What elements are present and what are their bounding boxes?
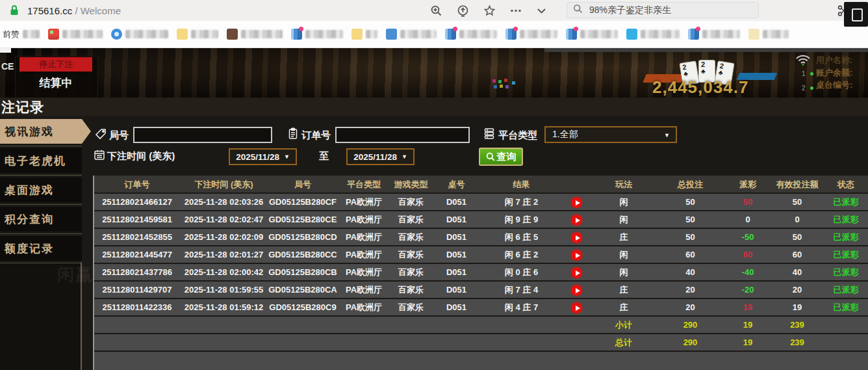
sidebar-item-5[interactable]: 额度记录 [0,236,82,261]
bookmark-favicon-icon [111,29,122,40]
search-input[interactable] [588,5,740,16]
bookmark-favicon-icon [566,29,577,40]
bookmark-item[interactable] [688,29,740,40]
cell-time: 2025-11-28 01:59:55 [180,282,268,298]
date-from-select[interactable]: 2025/11/28 ▼ [229,148,297,165]
column-header: 订单号 [94,176,180,192]
more-menu-icon[interactable] [510,5,522,17]
date-to-select[interactable]: 2025/11/28 ▼ [346,148,415,165]
order-no-input[interactable] [335,127,470,143]
bookmark-favicon-icon [291,29,302,40]
bookmark-item[interactable] [566,29,618,40]
bookmark-item[interactable] [177,29,218,40]
bookmark-item[interactable] [48,29,103,40]
cell-ptype: 闲 [591,211,656,228]
cell-game: 百家乐 [390,282,432,298]
cell-order: 251128021459581 [94,211,180,228]
platform-icon [483,127,495,142]
send-tab-icon[interactable] [457,5,469,17]
play-video-button[interactable] [571,232,582,243]
bookmark-blurred-text [400,30,437,38]
play-video-button[interactable] [571,215,582,226]
cell-plat: PA欧洲厅 [338,211,390,228]
bookmark-item[interactable] [386,29,437,40]
video-cell [562,246,591,263]
bookmark-item[interactable] [748,29,789,40]
calendar-icon [94,149,105,163]
bookmark-item[interactable] [351,29,377,40]
table-row[interactable]: 2511280214454772025-11-28 02:01:27GD0512… [94,246,868,263]
cell-status: 已派彩 [823,282,868,298]
bookmark-item[interactable] [111,29,168,40]
cell-round: GD05125B280CE [268,211,338,228]
play-video-button[interactable] [571,302,582,313]
cell-time: 2025-11-28 02:00:42 [180,264,268,280]
zoom-in-icon[interactable] [430,5,442,17]
round-no-label: 局号 [109,129,129,142]
video-cell [562,264,591,280]
page-title: 注记录 [1,98,44,116]
column-header: 结果 [481,176,562,192]
bookmark-item[interactable] [227,29,283,40]
table-row[interactable]: 2511280214377862025-11-28 02:00:42GD0512… [94,264,868,280]
column-header: 游戏类型 [390,176,432,192]
query-button[interactable]: 查询 [479,148,523,166]
totals-cell: 19 [724,317,771,333]
table-row[interactable]: 2511280114297072025-11-28 01:59:55GD0512… [94,282,868,298]
cell-game: 百家乐 [390,211,432,228]
bookmark-star-icon[interactable] [483,5,496,17]
cell-valid: 40 [771,264,823,280]
platform-type-label: 平台类型 [498,129,537,142]
bookmark-item[interactable] [291,29,343,40]
sidebar-item-1[interactable]: 视讯游戏 [0,119,82,144]
video-cell [562,194,591,210]
platform-type-select[interactable]: 1.全部 ▼ [544,126,677,143]
bookmark-blurred-text [641,30,680,38]
cell-plat: PA欧洲厅 [338,264,390,280]
sidebar-item-2[interactable]: 电子老虎机 [0,148,82,173]
cell-total: 60 [656,246,724,263]
play-video-button[interactable] [571,197,582,208]
cell-round: GD05125B280C9 [268,299,338,315]
settling-text: 结算中 [19,75,92,90]
sidebar-item-3[interactable]: 桌面游戏 [0,178,82,202]
bookmark-dark-app-icon[interactable] [844,2,868,27]
bookmark-blurred-text [366,30,377,38]
cell-total: 50 [656,194,724,210]
casino-banner: CE 停止下注 结算中 2♣ 2♣ 2♣ 2,445,034.7 1 2 用户名… [0,48,868,98]
table-row[interactable]: 2511280214528552025-11-28 02:02:09GD0512… [94,229,868,245]
wifi-icon [795,54,811,68]
cell-round: GD05125B280CA [268,282,338,298]
cell-ptype: 闲 [591,264,656,280]
video-cell [562,282,591,298]
browser-address-bar: 175616.cc / Welcome [0,0,868,21]
sidebar-item-4[interactable]: 积分查询 [0,207,82,231]
bookmark-item[interactable]: 前赞 [3,29,40,40]
cell-tbl: D051 [432,246,481,263]
table-row[interactable]: 2511280214661272025-11-28 02:03:26GD0512… [94,194,868,210]
totals-cell: 239 [771,334,823,350]
bookmark-blurred-text [580,30,618,38]
user-name-label: 用户名称: [816,55,852,66]
cell-game: 百家乐 [390,264,432,280]
round-no-input[interactable] [133,127,272,143]
table-row[interactable]: 2511280214595812025-11-28 02:02:47GD0512… [94,211,868,228]
totals-cell: 290 [656,334,724,350]
play-video-button[interactable] [571,250,582,261]
table-row[interactable]: 2511280114223362025-11-28 01:59:12GD0512… [94,299,868,315]
cell-order: 251128021466127 [94,194,180,210]
totals-cell: 总计 [591,334,656,350]
browser-search-box[interactable] [567,2,759,18]
cell-pay: 50 [724,194,771,210]
cell-total: 20 [656,282,724,298]
play-video-button[interactable] [571,285,582,296]
cell-ptype: 闲 [591,194,656,210]
url-text[interactable]: 175616.cc / Welcome [27,5,121,16]
bookmark-item[interactable] [626,29,680,40]
chevron-down-icon[interactable] [536,5,547,16]
banner-ce-text: CE [1,61,14,72]
bookmark-item[interactable] [505,29,557,40]
cell-valid: 50 [771,229,823,245]
play-video-button[interactable] [571,267,582,278]
bookmark-item[interactable] [445,29,497,40]
